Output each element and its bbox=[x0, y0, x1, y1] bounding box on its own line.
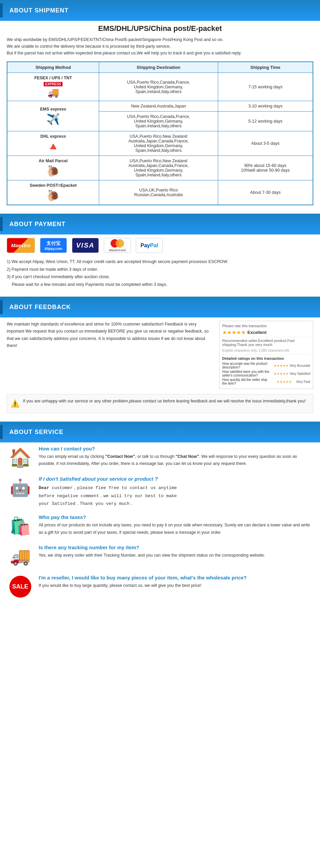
rating-q1: How accurate was the product description… bbox=[222, 362, 272, 369]
dhl-method-name: DHL express bbox=[11, 134, 95, 139]
rating-stars-1: ★★★★★ bbox=[273, 364, 289, 368]
visa-label: VISA bbox=[76, 242, 95, 249]
alipay-icon: 支付宝 bbox=[47, 241, 60, 247]
shipment-description: We ship worldwide by EMS/DHL/UPS/FEDEX/T… bbox=[7, 36, 313, 56]
rating-q3: How quickly did the seller ship the item… bbox=[222, 378, 272, 385]
method-cell-sweden: Sweden POST=Epacket 🐌 bbox=[7, 180, 99, 205]
time-cell-sweden: About 7-30 days bbox=[218, 180, 313, 205]
rating-label-2: Very Satisfied bbox=[290, 372, 310, 376]
feedback-warning-text: If you are unhappy with our service or a… bbox=[23, 398, 306, 404]
rating-stars-3: ★★★★★ bbox=[277, 380, 292, 383]
col-time: Shipping Time bbox=[218, 62, 313, 73]
rating-row-3: How quickly did the seller ship the item… bbox=[222, 378, 310, 385]
feedback-section: ABOUT FEEDBACK We maintain high standard… bbox=[0, 297, 320, 420]
payment-header: ABOUT PAYMENT bbox=[0, 214, 320, 235]
destination-cell-sweden: USA,UK,Puerto RicoRussian,Canada,Austral… bbox=[99, 180, 218, 205]
time-cell-airmail: 90% about 15-60 days10%will above 50-90 … bbox=[218, 156, 313, 180]
service-q1: How can I contact you? bbox=[39, 446, 313, 452]
shipping-table: Shipping Method Shipping Destination Shi… bbox=[7, 61, 313, 205]
table-row: FESEX / UPS / TNT EXPRESS 🚚 USA,Puerto R… bbox=[7, 73, 313, 101]
maestro-label: Maestro bbox=[11, 243, 31, 248]
rating-stars-2: ★★★★★ bbox=[273, 372, 289, 376]
house-icon: 🏠 bbox=[9, 447, 32, 469]
express-banner: EXPRESS bbox=[44, 82, 62, 86]
paypal-logo: PayPal bbox=[136, 238, 163, 253]
rating-row-2: How satisfied were you with the seller's… bbox=[222, 370, 310, 377]
truck-icon: 🚚 bbox=[10, 547, 31, 566]
feedback-comment: Recommended seller.Excellent product.Fas… bbox=[222, 337, 310, 347]
airmail-method-name: Air Mail Parcel bbox=[11, 159, 95, 163]
shipment-main-title: EMS/DHL/UPS/China post/E-packet bbox=[7, 24, 313, 33]
destination-cell-ems2: USA,Puerto Rico,Canada,France,United Kin… bbox=[99, 112, 218, 131]
table-row: EMS express ✈️ New Zealand,Australia,Jap… bbox=[7, 101, 313, 112]
payment-content: Maestro 支付宝 Alipay.com VISA MasterCard bbox=[0, 235, 320, 295]
service-icon-sale: SALE bbox=[7, 575, 34, 598]
feedback-detailed-ratings: Detailed ratings on this transaction How… bbox=[222, 354, 310, 385]
time-cell-dhl: About 3-5 days bbox=[218, 131, 313, 156]
feedback-header-text: ABOUT FEEDBACK bbox=[3, 304, 78, 311]
method-cell: FESEX / UPS / TNT EXPRESS 🚚 bbox=[7, 73, 99, 101]
table-row: Air Mail Parcel 🐌 USA,Puerto Rico,New Ze… bbox=[7, 156, 313, 180]
mastercard-circles bbox=[111, 239, 124, 248]
ems-method-name: EMS express bbox=[11, 107, 95, 112]
detailed-ratings-title: Detailed ratings on this transaction bbox=[222, 356, 310, 361]
alipay-logo: 支付宝 Alipay.com bbox=[40, 238, 67, 253]
rating-q2: How satisfied were you with the seller's… bbox=[222, 370, 272, 377]
feedback-main-content: We maintain high standards of excellence… bbox=[7, 321, 313, 389]
service-a2: Dear customer，please flee free to contac… bbox=[39, 484, 177, 507]
warning-icon: ⚠️ bbox=[10, 398, 20, 409]
payment-logos: Maestro 支付宝 Alipay.com VISA MasterCard bbox=[7, 238, 313, 253]
rating-row-1: How accurate was the product description… bbox=[222, 362, 310, 369]
service-a4: Yes, we ship every order with their Trac… bbox=[39, 552, 265, 559]
visa-logo: VISA bbox=[72, 238, 99, 253]
destination-cell-dhl: USA,Puerto Rico,New ZealandAustralia,Jap… bbox=[99, 131, 218, 156]
robot-icon: 🤖 bbox=[10, 478, 31, 497]
paypal-label: PayPal bbox=[141, 243, 158, 249]
sweden-method-name: Sweden POST=Epacket bbox=[11, 183, 95, 188]
method-name: FESEX / UPS / TNT bbox=[11, 75, 95, 80]
maestro-logo: Maestro bbox=[7, 238, 35, 253]
destination-cell-ems1: New Zealand,Australia,Japan bbox=[99, 101, 218, 112]
time-cell-ems1: 3-10 working days bbox=[218, 101, 313, 112]
service-item-wholesale: SALE I'm a reseller, I would like to buy… bbox=[7, 575, 313, 598]
feedback-stars-row: ★★★★★ Excellent bbox=[222, 329, 310, 336]
method-cell-airmail: Air Mail Parcel 🐌 bbox=[7, 156, 99, 180]
shipment-header: ABOUT SHIPMENT bbox=[0, 0, 320, 21]
service-icon-robot: 🤖 bbox=[7, 476, 34, 499]
rating-label-1: Very Accurate bbox=[289, 364, 310, 368]
service-item-satisfied: 🤖 If I don't Satisfied about your servic… bbox=[7, 476, 313, 507]
destination-cell: USA,Puerto Rico,Canada,France,United Kin… bbox=[99, 73, 218, 101]
service-icon-house: 🏠 bbox=[7, 446, 34, 469]
service-icon-truck: 🚚 bbox=[7, 545, 34, 568]
service-content-tracking: Is there any tracking number for my item… bbox=[39, 545, 265, 559]
sale-text: SALE bbox=[12, 583, 28, 590]
col-method: Shipping Method bbox=[7, 62, 99, 73]
feedback-stars: ★★★★★ bbox=[222, 329, 246, 336]
feedback-header: ABOUT FEEDBACK bbox=[0, 297, 320, 317]
service-q4: Is there any tracking number for my item… bbox=[39, 545, 265, 550]
payment-note-1: 1) We accept Alipay, West Union, TT. All… bbox=[7, 258, 313, 266]
bag-icon: 🛍️ bbox=[9, 516, 31, 536]
service-content-wholesale: I'm a reseller, I would like to buy many… bbox=[39, 575, 247, 589]
time-cell-ems2: 5-12 working days bbox=[218, 112, 313, 131]
service-q5: I'm a reseller, I would like to buy many… bbox=[39, 575, 247, 581]
mc-orange-circle bbox=[116, 239, 124, 248]
destination-cell-airmail: USA,Puerto Rico,New ZealandAustralia,Jap… bbox=[99, 156, 218, 180]
feedback-card-title: Please rate this transaction bbox=[222, 324, 310, 328]
service-item-tracking: 🚚 Is there any tracking number for my it… bbox=[7, 545, 313, 568]
shipment-header-text: ABOUT SHIPMENT bbox=[3, 7, 75, 14]
feedback-char-count: English characters only, 1,000 character… bbox=[222, 349, 310, 352]
method-cell-dhl: DHL express 🔺 bbox=[7, 131, 99, 156]
service-item-contact: 🏠 How can I contact you? You can simply … bbox=[7, 446, 313, 469]
service-a3: All prices of our products do not includ… bbox=[39, 522, 313, 536]
alipay-label: Alipay.com bbox=[45, 247, 62, 251]
mastercard-logo: MasterCard bbox=[104, 238, 131, 253]
service-content-contact: How can I contact you? You can simply em… bbox=[39, 446, 313, 468]
feedback-text: We maintain high standards of excellence… bbox=[7, 321, 212, 349]
rating-label-3: Very Fast bbox=[296, 380, 310, 383]
payment-note-4: Please wait for a few minutes and retry … bbox=[7, 281, 313, 288]
shipment-content: EMS/DHL/UPS/China post/E-packet We ship … bbox=[0, 21, 320, 212]
payment-notes: 1) We accept Alipay, West Union, TT. All… bbox=[7, 258, 313, 288]
service-header: ABOUT SERVICE bbox=[0, 422, 320, 442]
service-a5: If you would like to buy large quantity,… bbox=[39, 582, 247, 589]
